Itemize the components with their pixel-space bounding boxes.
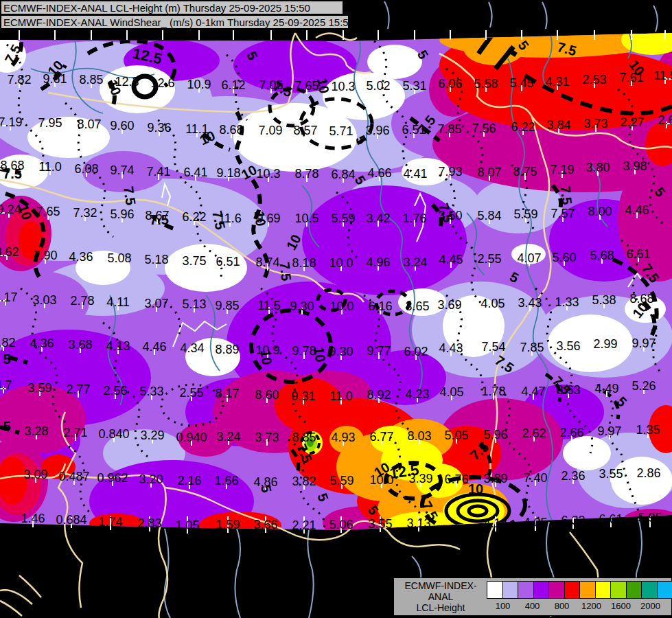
station-value: 3.68 <box>68 338 92 352</box>
legend-swatch <box>502 581 519 599</box>
station-value: 8.92 <box>367 388 391 402</box>
windshear-contour-label: 10 <box>468 481 483 496</box>
station-value: 7.85 <box>437 122 461 136</box>
station-value: 4.11 <box>106 295 130 309</box>
station-value: 4.36 <box>30 336 54 350</box>
station-value: 5.60 <box>552 251 576 264</box>
station-value: 5.33 <box>139 385 163 398</box>
station-value: 6.16 <box>368 299 392 313</box>
station-value: 3.98 <box>623 159 647 173</box>
station-value: 6.06 <box>438 77 462 91</box>
station-value: 2.27 <box>620 115 644 129</box>
windshear-contour-label: 10 <box>252 210 268 227</box>
station-value: 2.16 <box>177 474 201 488</box>
station-value: 0.962 <box>97 471 128 485</box>
station-value: 0.940 <box>176 431 207 444</box>
station-value: 4.7 <box>0 378 12 392</box>
windshear-contour-label: 5 <box>3 352 10 367</box>
station-value: 5.38 <box>592 293 616 307</box>
legend-swatch <box>487 581 503 599</box>
station-value: 4.66 <box>367 166 391 180</box>
legend-tick-label: 800 <box>555 601 570 611</box>
station-value: 3.84 <box>546 118 570 132</box>
station-value: 4.43 <box>439 341 463 355</box>
station-value: 5.59 <box>329 474 354 488</box>
windshear-contour-label: 5 <box>3 419 10 434</box>
station-value: 7.56 <box>472 122 496 135</box>
station-value: 9.36 <box>147 121 171 135</box>
station-value: 7.82 <box>7 73 31 87</box>
station-value: 1.76 <box>402 211 426 225</box>
station-value: 6.02 <box>404 345 428 358</box>
station-value: 4.82 <box>0 336 16 350</box>
station-value: 6.61 <box>599 512 623 526</box>
station-value: 7.54 <box>481 340 505 354</box>
station-value: 5.18 <box>144 253 168 266</box>
station-value: 3.28 <box>24 424 48 438</box>
station-value: 7.95 <box>38 116 62 130</box>
legend-box: ECMWF-INDEX-ANAL LCL-Height m 1004008001… <box>393 577 672 616</box>
station-value: 5.31 <box>402 79 426 93</box>
legend-parameter-name: LCL-Height <box>395 602 486 613</box>
station-value: 7.19 <box>0 115 23 129</box>
station-value: 2.6 <box>658 113 672 127</box>
station-value: 10.0 <box>329 256 353 270</box>
station-value: 7.65 <box>36 205 60 218</box>
station-value: 8.85 <box>292 431 316 444</box>
legend-swatch <box>595 581 612 599</box>
station-value: 2.62 <box>522 426 546 440</box>
station-value: 3.69 <box>437 298 461 312</box>
station-value: 7.19 <box>550 163 574 176</box>
station-value: 9.74 <box>110 163 134 177</box>
station-value: 5.13 <box>182 297 206 311</box>
station-value: 7.40 <box>523 471 547 485</box>
station-value: 6.84 <box>331 168 355 181</box>
station-value: 10.3 <box>331 80 355 93</box>
station-value: 3.66 <box>253 518 277 531</box>
legend-swatch <box>626 581 642 599</box>
station-value: 7.32 <box>73 206 97 220</box>
station-value: 3.07 <box>144 297 168 310</box>
station-value: 3.80 <box>586 161 610 174</box>
station-value: 6.22 <box>182 210 206 224</box>
station-value: 1.46 <box>21 512 45 525</box>
station-value: 1.66 <box>214 474 238 488</box>
station-value: 6.08 <box>74 162 98 176</box>
station-value: 3.24 <box>216 430 240 444</box>
station-value: 10.9 <box>187 78 211 91</box>
station-value: 6.41 <box>183 165 207 179</box>
station-value: 3.24 <box>403 255 427 269</box>
station-value: 3.96 <box>365 124 389 137</box>
windshear-contour-label: 10 <box>312 346 328 363</box>
station-value: 3.56 <box>556 339 580 353</box>
station-value: 8.74 <box>255 255 279 269</box>
station-value: 3.73 <box>255 431 279 444</box>
station-value: 4.05 <box>439 385 463 399</box>
station-value: 9.85 <box>215 299 239 312</box>
station-value: 8.17 <box>0 290 18 304</box>
station-value: 3.09 <box>23 468 47 481</box>
windshear-contour-label: 10 <box>314 77 332 95</box>
station-value: 9.30 <box>290 299 314 313</box>
station-value: 6.51 <box>216 255 240 268</box>
station-value: 8.78 <box>294 167 318 181</box>
weather-map-viewport: 7.829.618.8512.312.610.96.127.057.6510.3… <box>0 0 672 618</box>
legend-swatch <box>641 581 658 599</box>
station-value: 4.14 <box>483 516 507 530</box>
station-value: 0.487 <box>58 470 89 483</box>
station-value: 8.03 <box>407 429 431 443</box>
station-value: 1.59 <box>216 518 240 531</box>
station-value: 5.84 <box>477 209 501 222</box>
station-value: 5.08 <box>107 251 131 265</box>
station-value: 9.97 <box>597 424 621 438</box>
station-value: 8.18 <box>292 256 316 270</box>
windshear-contour-label: 7.5 <box>277 261 294 282</box>
station-value: 12.6 <box>150 76 174 90</box>
station-value: 3.43 <box>518 296 542 310</box>
station-value: 4.93 <box>331 431 355 444</box>
windshear-contour-label: 7.5 <box>121 185 139 207</box>
station-value: 5.05 <box>444 428 468 442</box>
station-value: 4.31 <box>545 75 569 89</box>
station-value: 4.49 <box>594 382 618 396</box>
windshear-contour-label: 7.5 <box>3 166 22 181</box>
